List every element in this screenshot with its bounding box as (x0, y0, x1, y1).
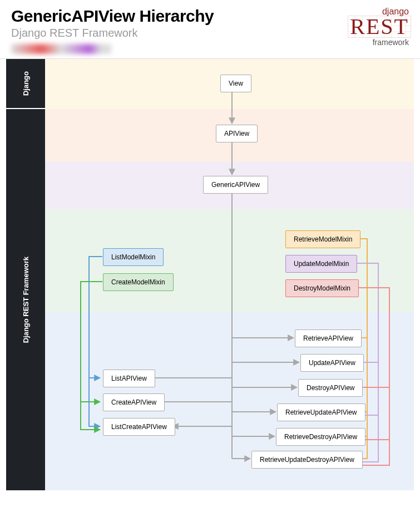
node-create-mixin: CreateModelMixin (103, 273, 174, 291)
drf-logo: django REST framework (350, 7, 409, 47)
sidebar-drf: Django REST Framework (6, 109, 45, 490)
node-retrieve-update-view: RetrieveUpdateAPIView (277, 403, 365, 421)
sidebar-django: Django (6, 59, 45, 109)
node-view: View (220, 75, 251, 92)
node-destroy-mixin: DestroyModelMixin (285, 279, 359, 297)
sidebar-drf-label: Django REST Framework (22, 257, 30, 343)
logo-mid: REST (350, 17, 409, 37)
sidebar: Django Django REST Framework (6, 59, 45, 490)
node-list-view: ListAPIView (103, 370, 155, 387)
node-list-create-view: ListCreateAPIView (103, 418, 175, 436)
node-retrieve-destroy-view: RetrieveDestroyAPIView (276, 428, 365, 446)
header: GenericAPIView Hierarchy Django REST Fra… (0, 0, 420, 59)
node-generic: GenericAPIView (203, 176, 268, 194)
hierarchy-diagram: Django Django REST Framework (0, 59, 420, 490)
node-retrieve-view: RetrieveAPIView (295, 329, 362, 347)
node-apiview: APIView (216, 125, 258, 142)
node-update-mixin: UpdateModelMixin (285, 255, 357, 273)
node-retrieve-update-destroy-view: RetrieveUpdateDestroyAPIView (251, 451, 363, 469)
node-update-view: UpdateAPIView (300, 354, 364, 372)
page-title: GenericAPIView Hierarchy (11, 7, 214, 26)
blurred-attribution (11, 44, 111, 54)
node-retrieve-mixin: RetrieveModelMixin (285, 230, 360, 248)
header-left: GenericAPIView Hierarchy Django REST Fra… (11, 7, 214, 54)
node-destroy-view: DestroyAPIView (298, 379, 363, 397)
page-subtitle: Django REST Framework (11, 27, 214, 40)
node-list-mixin: ListModelMixin (103, 248, 164, 266)
logo-bot: framework (350, 38, 409, 47)
sidebar-django-label: Django (22, 71, 30, 96)
node-create-view: CreateAPIView (103, 393, 165, 411)
